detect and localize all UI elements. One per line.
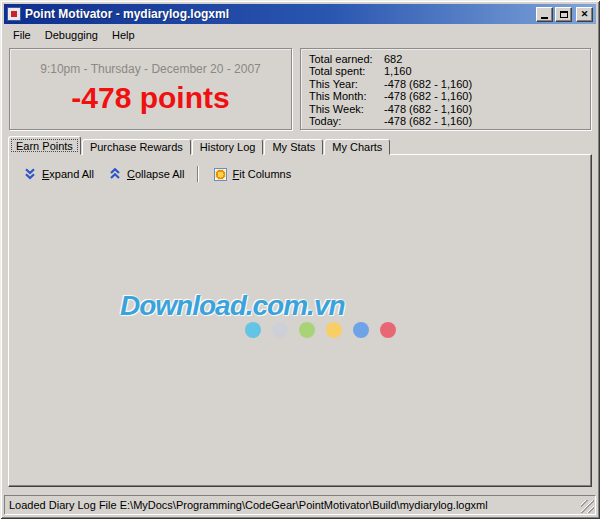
stat-label: This Month: [309, 90, 384, 102]
close-button[interactable]: ✕ [576, 7, 593, 22]
stat-row: Today:-478 (682 - 1,160) [309, 115, 590, 127]
stat-value: -478 (682 - 1,160) [384, 103, 472, 115]
tab-purchase-rewards[interactable]: Purchase Rewards [82, 139, 191, 155]
stat-row: Total earned:682 [309, 53, 590, 65]
toolbar-button-label: Collapse All [127, 168, 185, 180]
toolbar-button-label: Expand All [42, 168, 94, 180]
menu-item-file[interactable]: File [6, 27, 38, 43]
toolbar-separator [197, 166, 199, 182]
toolbar-button-fit-columns[interactable]: Fit Columns [208, 165, 298, 183]
tab-history-log[interactable]: History Log [192, 139, 264, 155]
stat-label: Total earned: [309, 53, 384, 65]
tabstrip: Earn PointsPurchase RewardsHistory LogMy… [8, 136, 391, 155]
close-icon: ✕ [581, 9, 589, 19]
stat-value: -478 (682 - 1,160) [384, 115, 472, 127]
stat-row: This Week:-478 (682 - 1,160) [309, 103, 590, 115]
menubar: FileDebuggingHelp [4, 25, 596, 44]
stat-value: -478 (682 - 1,160) [384, 78, 472, 90]
titlebar[interactable]: Point Motivator - mydiarylog.logxml ✕ [4, 4, 596, 24]
stat-value: -478 (682 - 1,160) [384, 90, 472, 102]
stat-row: This Month:-478 (682 - 1,160) [309, 90, 590, 102]
toolbar-button-collapse-all[interactable]: Collapse All [102, 165, 191, 183]
status-bar: Loaded Diary Log File E:\MyDocs\Programm… [4, 495, 596, 515]
stat-label: This Week: [309, 103, 384, 115]
window-title: Point Motivator - mydiarylog.logxml [25, 7, 536, 21]
stat-label: This Year: [309, 78, 384, 90]
window-controls: ✕ [536, 7, 593, 22]
stat-value: 1,160 [384, 65, 412, 77]
minimize-icon [541, 17, 548, 19]
resize-grip[interactable] [581, 500, 594, 513]
points-total: -478 points [10, 81, 291, 115]
stat-value: 682 [384, 53, 402, 65]
datetime-text: 9:10pm - Thursday - December 20 - 2007 [10, 62, 291, 76]
toolbar: Expand AllCollapse AllFit Columns [17, 164, 297, 184]
toolbar-button-label: Fit Columns [233, 168, 292, 180]
tab-earn-points[interactable]: Earn Points [8, 136, 81, 155]
stat-row: Total spent:1,160 [309, 65, 590, 77]
stat-label: Total spent: [309, 65, 384, 77]
menu-item-help[interactable]: Help [105, 27, 142, 43]
tab-page-earn-points: Expand AllCollapse AllFit Columns [8, 154, 592, 487]
status-text: Loaded Diary Log File E:\MyDocs\Programm… [9, 499, 488, 511]
menu-item-debugging[interactable]: Debugging [38, 27, 105, 43]
app-window: Point Motivator - mydiarylog.logxml ✕ Fi… [0, 0, 600, 519]
tab-my-stats[interactable]: My Stats [264, 139, 323, 155]
tab-my-charts[interactable]: My Charts [324, 139, 390, 155]
maximize-button[interactable] [555, 7, 572, 22]
double-chevron-down-icon [23, 167, 37, 181]
summary-panel: 9:10pm - Thursday - December 20 - 2007 -… [9, 48, 292, 130]
minimize-button[interactable] [536, 7, 553, 22]
double-chevron-up-icon [108, 167, 122, 181]
fit-columns-icon [214, 167, 228, 181]
app-icon [7, 7, 21, 21]
maximize-icon [560, 11, 568, 18]
stat-row: This Year:-478 (682 - 1,160) [309, 78, 590, 90]
toolbar-button-expand-all[interactable]: Expand All [17, 165, 100, 183]
stats-panel: Total earned:682Total spent:1,160This Ye… [300, 48, 591, 130]
stat-label: Today: [309, 115, 384, 127]
